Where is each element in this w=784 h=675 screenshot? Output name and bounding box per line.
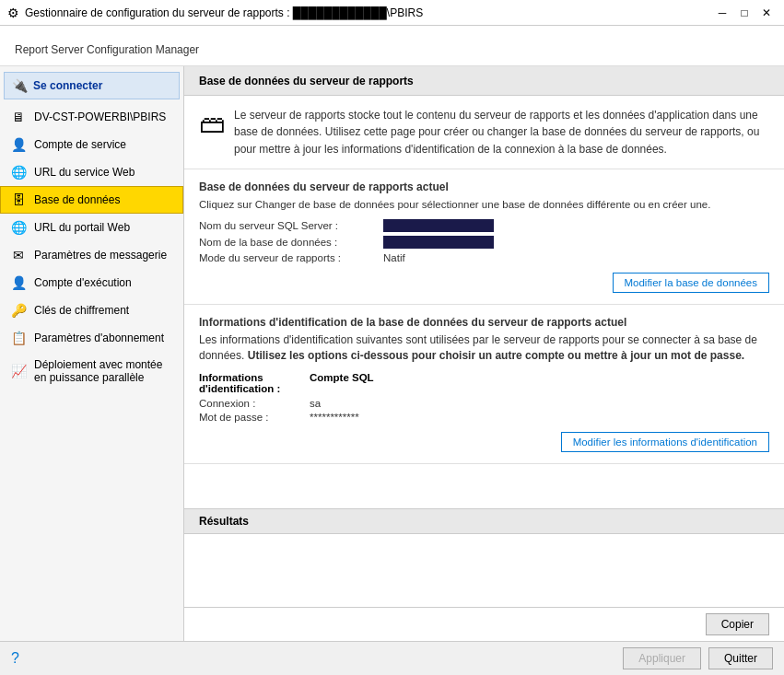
scale-out-icon: 📈 xyxy=(10,364,27,378)
connect-label: Se connecter xyxy=(33,79,102,92)
app-title: Report Server Configuration Manager xyxy=(15,43,199,56)
subscription-icon: 📋 xyxy=(10,331,27,345)
cred-value-0: sa xyxy=(310,398,321,409)
section-header: Base de données du serveur de rapports xyxy=(184,66,784,96)
cred-row-1: Mot de passe : ************ xyxy=(199,412,769,423)
cred-label-0: Connexion : xyxy=(199,398,310,409)
sidebar-item-execution-account[interactable]: 👤 Compte d'exécution xyxy=(0,269,183,297)
web-portal-url-icon: 🌐 xyxy=(10,220,27,235)
app-header: Report Server Configuration Manager xyxy=(0,26,784,66)
sidebar-item-email[interactable]: ✉ Paramètres de messagerie xyxy=(0,241,183,269)
results-body xyxy=(184,534,784,608)
db-field-value-0 xyxy=(383,219,494,232)
help-icon[interactable]: ? xyxy=(11,650,19,666)
maximize-button[interactable]: □ xyxy=(734,5,755,21)
email-icon: ✉ xyxy=(10,248,27,262)
main-content: 🔌 Se connecter 🖥 DV-CST-POWERBI\PBIRS 👤 … xyxy=(0,66,784,641)
db-fields: Nom du serveur SQL Server : Nom de la ba… xyxy=(199,219,769,263)
title-bar-text: Gestionnaire de configuration du serveur… xyxy=(25,6,712,19)
sidebar-item-encryption[interactable]: 🔑 Clés de chiffrement xyxy=(0,297,183,324)
db-field-value-2: Natif xyxy=(383,252,405,263)
copy-btn-wrapper: Copier xyxy=(184,608,784,641)
service-account-icon: 👤 xyxy=(10,137,27,152)
sidebar-item-scale-out[interactable]: 📈 Déploiement avec montée en puissance p… xyxy=(0,352,183,391)
credentials-desc: Les informations d'identification suivan… xyxy=(199,332,769,364)
db-field-1: Nom de la base de données : xyxy=(199,236,769,249)
info-box: 🗃 Le serveur de rapports stocke tout le … xyxy=(184,96,784,169)
change-credentials-button[interactable]: Modifier les informations d'identificati… xyxy=(561,432,769,452)
sidebar-execution-account-label: Compte d'exécution xyxy=(34,276,132,289)
title-bar-controls: ─ □ ✕ xyxy=(712,5,777,21)
cred-col1-header: Informations d'identification : xyxy=(199,372,310,394)
sidebar-scale-out-label: Déploiement avec montée en puissance par… xyxy=(34,358,173,385)
execution-account-icon: 👤 xyxy=(10,275,27,290)
sidebar-server-label: DV-CST-POWERBI\PBIRS xyxy=(34,111,166,123)
minimize-button[interactable]: ─ xyxy=(712,5,732,21)
footer: ? Appliquer Quitter xyxy=(0,641,784,675)
cred-desc-bold: Utilisez les options ci-dessous pour cho… xyxy=(248,349,744,362)
sidebar: 🔌 Se connecter 🖥 DV-CST-POWERBI\PBIRS 👤 … xyxy=(0,66,184,641)
encryption-icon: 🔑 xyxy=(10,303,27,318)
change-database-button[interactable]: Modifier la base de données xyxy=(613,273,770,293)
sidebar-subscription-label: Paramètres d'abonnement xyxy=(34,332,164,344)
close-button[interactable]: ✕ xyxy=(756,5,777,21)
quit-button[interactable]: Quitter xyxy=(708,647,773,669)
credentials-section: Informations d'identification de la base… xyxy=(184,305,784,465)
section-title: Base de données du serveur de rapports xyxy=(199,75,414,87)
db-field-value-1 xyxy=(383,236,494,249)
current-db-section: Base de données du serveur de rapports a… xyxy=(184,169,784,305)
sidebar-item-subscription[interactable]: 📋 Paramètres d'abonnement xyxy=(0,324,183,352)
change-credentials-wrapper: Modifier les informations d'identificati… xyxy=(199,432,769,452)
apply-button[interactable]: Appliquer xyxy=(623,647,701,669)
cred-col2-header: Compte SQL xyxy=(310,372,374,394)
current-db-title: Base de données du serveur de rapports a… xyxy=(199,180,769,193)
results-header: Résultats xyxy=(184,509,784,534)
connect-button[interactable]: 🔌 Se connecter xyxy=(4,72,180,99)
sidebar-web-portal-url-label: URL du portail Web xyxy=(34,221,130,234)
sidebar-item-server[interactable]: 🖥 DV-CST-POWERBI\PBIRS xyxy=(0,103,183,131)
sidebar-item-web-service-url[interactable]: 🌐 URL du service Web xyxy=(0,158,183,186)
db-field-0: Nom du serveur SQL Server : xyxy=(199,219,769,232)
cred-row-0: Connexion : sa xyxy=(199,398,769,409)
sidebar-web-service-url-label: URL du service Web xyxy=(34,166,135,179)
footer-left: ? xyxy=(11,650,615,667)
content-area: Base de données du serveur de rapports 🗃… xyxy=(184,66,784,508)
sidebar-service-account-label: Compte de service xyxy=(34,138,126,151)
sidebar-item-web-portal-url[interactable]: 🌐 URL du portail Web xyxy=(0,214,183,241)
sidebar-database-label: Base de données xyxy=(34,193,120,206)
right-panel: Base de données du serveur de rapports 🗃… xyxy=(184,66,784,641)
cred-value-1: ************ xyxy=(310,412,359,423)
clearfix-1: Modifier la base de données xyxy=(199,273,769,293)
database-icon: 🗄 xyxy=(10,192,27,207)
copy-button[interactable]: Copier xyxy=(706,613,769,635)
db-field-2: Mode du serveur de rapports : Natif xyxy=(199,252,769,263)
web-service-url-icon: 🌐 xyxy=(10,165,27,180)
db-field-label-1: Nom de la base de données : xyxy=(199,237,383,248)
db-field-label-2: Mode du serveur de rapports : xyxy=(199,252,383,263)
server-icon: 🖥 xyxy=(10,110,27,124)
sidebar-item-service-account[interactable]: 👤 Compte de service xyxy=(0,131,183,158)
results-section: Résultats Copier xyxy=(184,508,784,641)
sidebar-encryption-label: Clés de chiffrement xyxy=(34,304,129,317)
title-bar: ⚙ Gestionnaire de configuration du serve… xyxy=(0,0,784,26)
database-info-icon: 🗃 xyxy=(199,109,225,139)
sidebar-email-label: Paramètres de messagerie xyxy=(34,249,167,262)
credentials-header: Informations d'identification : Compte S… xyxy=(199,372,769,394)
connect-icon: 🔌 xyxy=(12,78,28,93)
credentials-title: Informations d'identification de la base… xyxy=(199,316,769,329)
cred-label-1: Mot de passe : xyxy=(199,412,310,423)
title-bar-icon: ⚙ xyxy=(7,6,19,20)
current-db-desc: Cliquez sur Changer de base de données p… xyxy=(199,199,769,210)
db-field-label-0: Nom du serveur SQL Server : xyxy=(199,220,383,231)
info-box-text: Le serveur de rapports stocke tout le co… xyxy=(234,107,769,157)
sidebar-item-database[interactable]: 🗄 Base de données xyxy=(0,186,183,214)
